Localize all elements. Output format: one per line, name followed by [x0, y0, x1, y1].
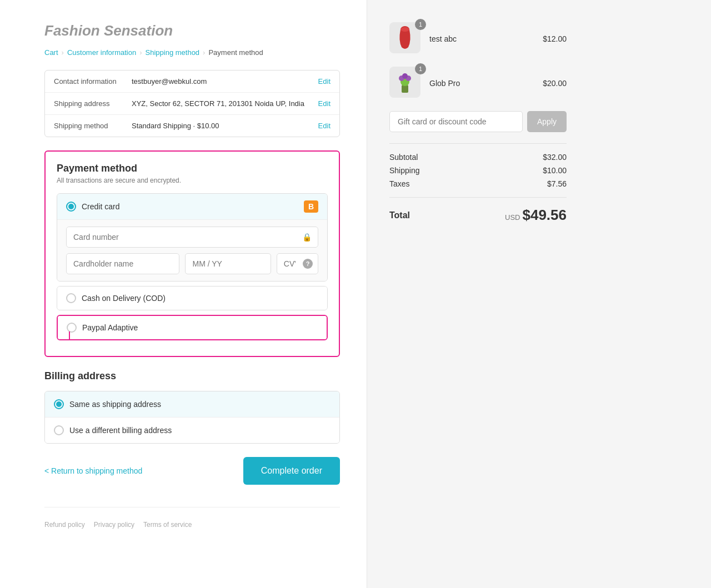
apply-discount-button[interactable]: Apply	[527, 111, 567, 132]
product-item-1: 1 Glob Pro $20.00	[389, 67, 567, 100]
payment-option-credit-card[interactable]: Credit card B 🔒 ?	[57, 193, 328, 282]
taxes-label: Taxes	[389, 179, 410, 188]
product-price-0: $12.00	[543, 34, 567, 43]
shipping-address-label: Shipping address	[54, 99, 132, 108]
product-item-0: 1 test abc $12.00	[389, 22, 567, 56]
shipping-address-edit[interactable]: Edit	[318, 99, 331, 108]
annotation-box: customer will select this payment method…	[91, 339, 289, 340]
payment-option-cod[interactable]: Cash on Delivery (COD)	[57, 286, 328, 310]
contact-edit[interactable]: Edit	[318, 77, 331, 86]
taxes-value: $7.56	[547, 179, 567, 188]
privacy-policy-link[interactable]: Privacy policy	[94, 521, 134, 529]
card-row: ?	[66, 253, 318, 274]
breadcrumb: Cart › Customer information › Shipping m…	[44, 48, 340, 57]
paypal-header[interactable]: Paypal Adaptive	[58, 316, 327, 339]
cvv-help-icon[interactable]: ?	[303, 259, 313, 269]
card-number-input[interactable]	[66, 227, 318, 248]
subtotal-value: $32.00	[543, 153, 567, 162]
billing-section: Billing address Same as shipping address…	[44, 370, 340, 444]
total-divider	[389, 197, 567, 198]
shipping-value: $10.00	[543, 166, 567, 175]
shipping-method-edit[interactable]: Edit	[318, 122, 331, 130]
breadcrumb-cart[interactable]: Cart	[44, 48, 58, 57]
shipping-label: Shipping	[389, 166, 420, 175]
return-link[interactable]: < Return to shipping method	[44, 466, 142, 475]
cod-header[interactable]: Cash on Delivery (COD)	[57, 287, 327, 310]
breadcrumb-current: Payment method	[208, 48, 263, 57]
total-label: Total	[389, 210, 410, 220]
product-name-0: test abc	[429, 34, 536, 43]
complete-order-button[interactable]: Complete order	[243, 457, 340, 485]
annotation-arrow	[69, 331, 70, 340]
total-row: Total USD$49.56	[389, 207, 567, 224]
order-summary: 1 test abc $12.00 1 G	[367, 0, 589, 588]
product-badge-1: 1	[415, 63, 426, 74]
paypal-label: Paypal Adaptive	[82, 323, 318, 332]
cod-label: Cash on Delivery (COD)	[82, 294, 318, 303]
breadcrumb-customer-info[interactable]: Customer information	[67, 48, 136, 57]
product-img-wrapper-0: 1	[389, 22, 423, 56]
actions-row: < Return to shipping method Complete ord…	[44, 457, 340, 485]
lock-icon: 🔒	[302, 233, 312, 242]
credit-card-label: Credit card	[82, 202, 304, 211]
svg-rect-2	[402, 85, 408, 93]
shipping-row: Shipping $10.00	[389, 166, 567, 175]
store-name: Fashion Sensation	[44, 22, 340, 39]
breadcrumb-shipping[interactable]: Shipping method	[146, 48, 200, 57]
contact-value: testbuyer@webkul.com	[132, 77, 318, 86]
info-row-contact: Contact information testbuyer@webkul.com…	[45, 71, 339, 93]
shipping-method-label: Shipping method	[54, 122, 132, 130]
billing-options-box: Same as shipping address Use a different…	[44, 391, 340, 444]
billing-different-label: Use a different billing address	[69, 426, 172, 435]
svg-point-1	[400, 27, 409, 32]
discount-input[interactable]	[389, 111, 523, 132]
billing-title: Billing address	[44, 370, 340, 382]
payment-option-paypal[interactable]: Paypal Adaptive customer will select thi…	[57, 315, 328, 340]
expiry-input[interactable]	[185, 253, 271, 274]
refund-policy-link[interactable]: Refund policy	[44, 521, 85, 529]
taxes-row: Taxes $7.56	[389, 179, 567, 188]
info-row-shipping-method: Shipping method Standard Shipping · $10.…	[45, 115, 339, 137]
paypal-radio[interactable]	[67, 323, 77, 333]
info-table: Contact information testbuyer@webkul.com…	[44, 70, 340, 137]
info-row-shipping-address: Shipping address XYZ, Sector 62, SECTOR …	[45, 93, 339, 115]
billing-different-radio[interactable]	[54, 425, 64, 435]
credit-card-header[interactable]: Credit card B	[57, 194, 327, 219]
total-currency: USD	[505, 213, 520, 222]
total-amount-wrapper: USD$49.56	[505, 207, 567, 224]
cvv-wrapper: ?	[277, 253, 318, 274]
cod-radio[interactable]	[66, 293, 76, 303]
contact-label: Contact information	[54, 77, 132, 86]
credit-card-radio[interactable]	[66, 202, 76, 212]
subtotal-row: Subtotal $32.00	[389, 153, 567, 162]
billing-option-same[interactable]: Same as shipping address	[45, 391, 339, 418]
svg-point-6	[402, 73, 408, 79]
billing-same-label: Same as shipping address	[69, 400, 161, 409]
product-img-wrapper-1: 1	[389, 67, 423, 100]
product-price-1: $20.00	[543, 79, 567, 88]
braintree-badge: B	[304, 200, 318, 213]
total-amount: $49.56	[522, 207, 567, 223]
subtotal-label: Subtotal	[389, 153, 418, 162]
billing-option-different[interactable]: Use a different billing address	[45, 418, 339, 443]
payment-title: Payment method	[57, 163, 328, 174]
product-name-1: Glob Pro	[429, 79, 536, 88]
footer-links: Refund policy Privacy policy Terms of se…	[44, 507, 340, 529]
billing-same-radio[interactable]	[54, 399, 64, 409]
cardholder-name-input[interactable]	[66, 253, 179, 274]
shipping-address-value: XYZ, Sector 62, SECTOR 71, 201301 Noida …	[132, 99, 318, 108]
discount-row: Apply	[389, 111, 567, 132]
card-fields: 🔒 ?	[57, 219, 327, 281]
summary-divider	[389, 143, 567, 144]
product-badge-0: 1	[415, 19, 426, 30]
payment-subtitle: All transactions are secure and encrypte…	[57, 177, 328, 184]
terms-of-service-link[interactable]: Terms of service	[143, 521, 192, 529]
shipping-method-value: Standard Shipping · $10.00	[132, 122, 318, 130]
payment-method-section: Payment method All transactions are secu…	[44, 150, 340, 357]
card-number-wrapper: 🔒	[66, 227, 318, 248]
